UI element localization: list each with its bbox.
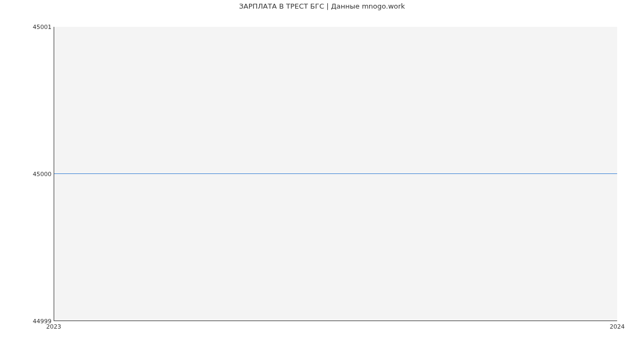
x-tick-label: 2024 (610, 323, 625, 330)
salary-chart: ЗАРПЛАТА В ТРЕСТ БГС | Данные mnogo.work… (0, 0, 644, 349)
x-tick-label: 2023 (46, 323, 61, 330)
y-tick-label: 45001 (30, 24, 52, 31)
y-tick-label: 45000 (30, 171, 52, 178)
data-line-series-0 (54, 173, 617, 174)
chart-title: ЗАРПЛАТА В ТРЕСТ БГС | Данные mnogo.work (0, 2, 644, 10)
plot-area (54, 27, 617, 321)
